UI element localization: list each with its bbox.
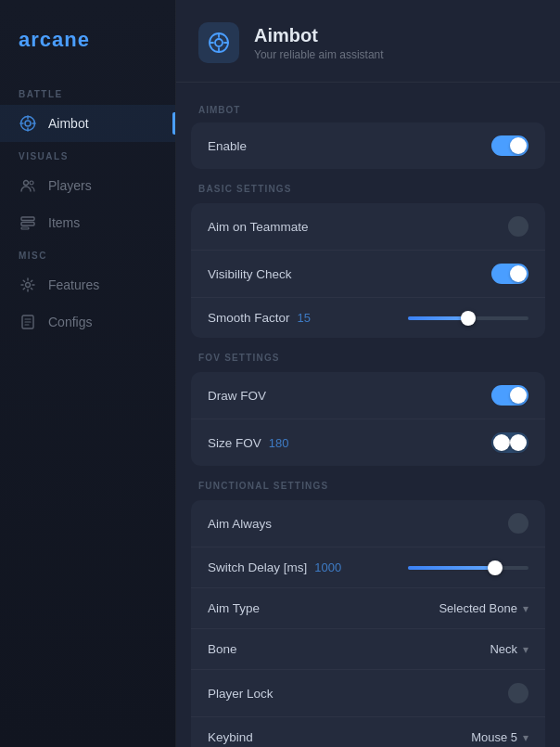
enable-group: Enable (191, 122, 545, 169)
svg-rect-9 (21, 223, 34, 226)
smooth-factor-slider[interactable] (408, 316, 528, 320)
sidebar: arcane BATTLE Aimbot VISUALS Players (0, 0, 176, 747)
aim-always-label: Aim Always (208, 517, 272, 531)
header-icon (198, 22, 239, 63)
header-text: Aimbot Your reliable aim assistant (254, 25, 384, 61)
keybind-arrow: ▾ (523, 731, 528, 744)
configs-icon (19, 313, 37, 331)
draw-fov-toggle[interactable] (491, 385, 528, 406)
aimbot-icon (19, 114, 37, 133)
aim-type-row: Aim Type Selected Bone ▾ (191, 588, 545, 629)
switch-delay-slider[interactable] (408, 566, 528, 570)
sidebar-item-aimbot-label: Aimbot (48, 116, 89, 131)
enable-row: Enable (191, 122, 545, 169)
aim-type-arrow: ▾ (523, 602, 528, 615)
settings-content: Aimbot Enable Basic Settings Aim on Team… (176, 83, 560, 747)
keybind-label: Keybind (208, 730, 253, 744)
bone-label: Bone (208, 642, 237, 656)
sidebar-item-players-label: Players (48, 178, 92, 193)
section-label-visuals: VISUALS (0, 151, 175, 161)
fov-settings-label: FOV Settings (176, 341, 560, 368)
aim-on-teammate-row: Aim on Teammate (191, 203, 545, 251)
svg-point-17 (215, 39, 223, 46)
visibility-check-label: Visibility Check (208, 267, 292, 281)
functional-settings-group: Aim Always Switch Delay [ms] 1000 Aim Ty… (191, 500, 545, 747)
aim-type-dropdown[interactable]: Selected Bone ▾ (439, 601, 528, 615)
switch-delay-value: 1000 (314, 560, 341, 574)
aim-always-row: Aim Always (191, 500, 545, 547)
sidebar-item-items-label: Items (48, 215, 80, 230)
page-header: Aimbot Your reliable aim assistant (176, 0, 560, 83)
aim-type-value: Selected Bone (439, 601, 517, 615)
svg-point-11 (26, 283, 31, 288)
sidebar-item-configs[interactable]: Configs (0, 303, 175, 341)
bone-value: Neck (490, 642, 517, 656)
items-icon (19, 213, 37, 232)
page-subtitle: Your reliable aim assistant (254, 48, 384, 61)
visibility-check-row: Visibility Check (191, 251, 545, 298)
keybind-row: Keybind Mouse 5 ▾ (191, 717, 545, 747)
smooth-factor-row: Smooth Factor 15 (191, 298, 545, 338)
keybind-value: Mouse 5 (471, 730, 517, 744)
sidebar-item-aimbot[interactable]: Aimbot (0, 105, 175, 142)
switch-delay-fill (408, 566, 495, 570)
sidebar-item-items[interactable]: Items (0, 204, 175, 241)
aim-on-teammate-label: Aim on Teammate (208, 220, 309, 234)
switch-delay-slider-container (380, 566, 528, 570)
svg-point-7 (30, 181, 33, 185)
sidebar-item-configs-label: Configs (48, 315, 92, 329)
sidebar-item-features-label: Features (48, 277, 99, 292)
basic-settings-label: Basic Settings (176, 173, 560, 200)
switch-delay-thumb[interactable] (488, 560, 503, 575)
size-fov-value: 180 (269, 436, 289, 450)
svg-rect-10 (21, 227, 29, 229)
smooth-factor-slider-container (380, 316, 528, 320)
bone-dropdown[interactable]: Neck ▾ (490, 642, 528, 656)
visibility-check-toggle[interactable] (491, 264, 528, 284)
bone-row: Bone Neck ▾ (191, 629, 545, 670)
draw-fov-row: Draw FOV (191, 372, 545, 419)
aim-on-teammate-toggle[interactable] (508, 216, 528, 237)
smooth-factor-label: Smooth Factor 15 (208, 311, 311, 325)
aimbot-section-label: Aimbot (176, 97, 560, 119)
player-lock-row: Player Lock (191, 670, 545, 717)
sidebar-item-players[interactable]: Players (0, 167, 175, 204)
switch-delay-row: Switch Delay [ms] 1000 (191, 547, 545, 588)
enable-label: Enable (208, 139, 247, 153)
smooth-factor-fill (408, 316, 468, 320)
basic-settings-group: Aim on Teammate Visibility Check Smooth … (191, 203, 545, 338)
features-icon (19, 276, 37, 294)
page-title: Aimbot (254, 25, 384, 46)
bone-arrow: ▾ (523, 643, 528, 656)
size-fov-label: Size FOV 180 (208, 436, 288, 450)
functional-settings-label: Functional Settings (176, 470, 560, 496)
draw-fov-label: Draw FOV (208, 389, 266, 403)
enable-toggle[interactable] (491, 135, 528, 156)
sidebar-item-features[interactable]: Features (0, 266, 175, 303)
fov-settings-group: Draw FOV Size FOV 180 (191, 372, 545, 466)
size-fov-toggle[interactable] (491, 432, 528, 453)
size-fov-row: Size FOV 180 (191, 419, 545, 466)
svg-point-6 (24, 181, 29, 186)
svg-point-1 (25, 121, 31, 126)
smooth-factor-thumb[interactable] (461, 311, 476, 326)
logo: arcane (19, 28, 90, 51)
player-lock-toggle[interactable] (508, 683, 528, 703)
player-lock-label: Player Lock (208, 687, 274, 701)
keybind-dropdown[interactable]: Mouse 5 ▾ (471, 730, 528, 744)
section-label-misc: MISC (0, 251, 175, 261)
smooth-factor-value: 15 (298, 311, 311, 325)
logo-area: arcane (0, 19, 175, 80)
section-label-battle: BATTLE (0, 89, 175, 99)
switch-delay-label: Switch Delay [ms] 1000 (208, 560, 341, 574)
aim-type-label: Aim Type (208, 601, 260, 615)
players-icon (19, 176, 37, 195)
svg-rect-8 (21, 217, 34, 221)
aim-always-toggle[interactable] (508, 513, 528, 534)
main-panel: Aimbot Your reliable aim assistant Aimbo… (176, 0, 560, 747)
